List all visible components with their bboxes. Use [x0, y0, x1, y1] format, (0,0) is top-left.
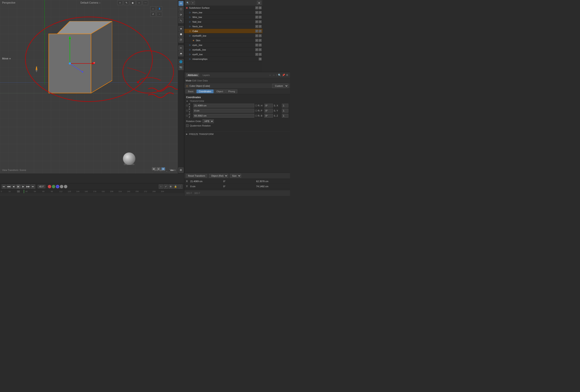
- obj-rel-dropdown[interactable]: Object (Rel): [209, 174, 228, 178]
- subtab-phong[interactable]: Phong: [226, 90, 237, 93]
- obj-nail-low[interactable]: ▷ Nail_low ✓ ✓: [184, 19, 263, 24]
- tl-prev-key[interactable]: ◀◀: [6, 185, 11, 189]
- vp-icon-plus[interactable]: +: [117, 0, 123, 5]
- obj-eyer-low[interactable]: ▷ eyeR_low ✓ ✓: [184, 52, 263, 57]
- subtab-coordinates[interactable]: Coordinates: [196, 90, 214, 93]
- vis-r3[interactable]: ✓: [259, 16, 262, 19]
- attr-pin[interactable]: 📌: [282, 74, 285, 77]
- nav-arrow[interactable]: →: [157, 12, 162, 16]
- vis-r9[interactable]: ✓: [259, 44, 262, 47]
- scene-search[interactable]: 🔍: [186, 1, 190, 5]
- vis-e[interactable]: ✓: [255, 11, 258, 14]
- vis-r5[interactable]: ✓: [259, 25, 262, 28]
- nav-person[interactable]: 👤: [157, 6, 162, 11]
- px-radio[interactable]: [186, 104, 188, 107]
- vis-e8[interactable]: ✓: [255, 39, 258, 42]
- attr-settings[interactable]: ⚙: [286, 74, 288, 77]
- px-input[interactable]: [193, 104, 254, 107]
- key2-btn[interactable]: [60, 185, 63, 188]
- tl-goto-start[interactable]: ⏮: [2, 185, 6, 189]
- vis-r10[interactable]: ✓: [259, 48, 262, 51]
- tool-obj-props[interactable]: ◈: [178, 26, 183, 31]
- scene-add[interactable]: +: [191, 1, 195, 5]
- obj-wire-low[interactable]: ▷ Wire_low ✓ ✓: [184, 15, 263, 19]
- py-input[interactable]: [193, 109, 254, 112]
- tl-prev-frame[interactable]: ◀: [11, 185, 16, 189]
- tl-icon5[interactable]: ⋮: [178, 185, 182, 189]
- vis-r8[interactable]: ✓: [259, 39, 262, 42]
- tl-icon2[interactable]: ⤢: [164, 185, 168, 189]
- viewport[interactable]: Perspective Default Camera ⊕ Move ✛ 🧍 O: [0, 0, 178, 174]
- subtab-basic[interactable]: Basic: [186, 90, 196, 93]
- vis-e11[interactable]: ✓: [255, 53, 258, 56]
- pz-radio[interactable]: [186, 115, 188, 117]
- key3-btn[interactable]: [64, 185, 67, 188]
- vp-icon-pen[interactable]: ✎: [124, 0, 129, 5]
- view-mode-btn1[interactable]: ▦: [152, 167, 156, 170]
- pz-input[interactable]: [193, 114, 254, 118]
- tl-icon3[interactable]: ⊞: [168, 185, 173, 189]
- vis-e12[interactable]: ◻: [259, 58, 262, 61]
- attr-nav-fwd[interactable]: →: [273, 74, 275, 77]
- rb-input[interactable]: [264, 114, 273, 118]
- vp-icon-sphere-wire[interactable]: ○: [136, 0, 142, 5]
- attr-nav-up[interactable]: ↑: [276, 74, 277, 77]
- vis-e4[interactable]: ✓: [255, 20, 258, 23]
- vis-e3[interactable]: ✓: [255, 16, 258, 19]
- vis-r4[interactable]: ✓: [259, 20, 262, 23]
- tag-dropdown[interactable]: Custom: [272, 84, 288, 88]
- key-btn[interactable]: [56, 185, 59, 188]
- obj-eyeballr-low[interactable]: ▷ eyeballR_low ✓ ✓: [184, 33, 263, 38]
- tool-render[interactable]: 🌐: [178, 59, 183, 64]
- vis-e9[interactable]: ✓: [255, 44, 258, 47]
- vis-r6[interactable]: ✓: [259, 30, 262, 33]
- view-mode-btn2[interactable]: ▤: [157, 167, 160, 170]
- attr-search[interactable]: 🔍: [278, 74, 281, 77]
- tl-goto-end[interactable]: ⏭: [31, 185, 35, 189]
- obj-skin[interactable]: ◈ Skin ✓ ✓: [184, 38, 263, 43]
- reset-transform-btn[interactable]: Reset Transform: [186, 174, 207, 178]
- tool-material[interactable]: ⬟: [178, 32, 183, 37]
- vis-r11[interactable]: ✓: [259, 53, 262, 56]
- obj-eyeballl-low[interactable]: ▷ eyeballL_low ✓ ✓: [184, 47, 263, 52]
- obj-horn-low[interactable]: ▷ Horn_low ✓ ✓: [184, 10, 263, 15]
- vis-e5[interactable]: ✓: [255, 25, 258, 28]
- vis-enabled[interactable]: ✓: [255, 6, 258, 9]
- sx-input[interactable]: [282, 104, 288, 107]
- tool-select[interactable]: ⬡: [178, 6, 183, 12]
- tl-frame-value[interactable]: 45 F: [38, 185, 45, 188]
- attr-mode-btn[interactable]: Mode: [186, 79, 192, 82]
- tool-paint[interactable]: ✏: [178, 45, 183, 51]
- rp-radio[interactable]: [255, 109, 257, 112]
- tl-next-frame[interactable]: ▶: [21, 185, 25, 189]
- attr-edit-btn[interactable]: Edit: [192, 79, 196, 82]
- py-radio[interactable]: [186, 109, 188, 112]
- track-area[interactable]: [0, 193, 184, 196]
- vis-e10[interactable]: ✓: [255, 48, 258, 51]
- tool-rotate[interactable]: ⟳: [178, 12, 183, 17]
- obj-cube[interactable]: ◻ Cube ✓ ✓: [184, 29, 263, 33]
- collapse-icon[interactable]: ▼: [186, 100, 188, 102]
- rp-input[interactable]: [264, 109, 273, 112]
- rb-radio[interactable]: [255, 115, 257, 117]
- size-dropdown[interactable]: Size: [230, 174, 241, 178]
- attr-userdata-btn[interactable]: User Data: [197, 79, 208, 82]
- view-mode-btn3[interactable]: ▣: [161, 167, 165, 170]
- vp-icon-sphere-shaded[interactable]: ◉: [130, 0, 136, 5]
- nav-home[interactable]: ⌂: [150, 6, 156, 11]
- obj-mixamong-hips[interactable]: ▷ mixamonghips ◻: [184, 57, 263, 61]
- tool-settings[interactable]: ⚙: [178, 168, 183, 173]
- freeze-transform-section[interactable]: ▶ FREEZE TRANSFORM: [184, 131, 290, 137]
- tool-scale[interactable]: ⤡: [178, 18, 183, 23]
- rotation-order-dropdown[interactable]: HPB: [203, 119, 214, 123]
- obj-subdivision-surface[interactable]: ▣ Subdivision Surface ✓ ◻: [184, 5, 263, 10]
- tab-attributes[interactable]: Attributes: [186, 73, 199, 77]
- sz-input[interactable]: [282, 114, 288, 118]
- tl-icon1[interactable]: ↕: [159, 185, 163, 189]
- obj-neck-low[interactable]: ▷ Neck_low ✓ ✓: [184, 24, 263, 29]
- vis-e7[interactable]: ✓: [255, 34, 258, 37]
- timeline-track[interactable]: 0 16 32 48 64 80 96 112 128 144 160 176 …: [0, 190, 184, 196]
- quaternion-checkbox[interactable]: [186, 124, 189, 127]
- tool-move[interactable]: ✛: [178, 1, 183, 6]
- vis-locked[interactable]: ◻: [259, 6, 262, 9]
